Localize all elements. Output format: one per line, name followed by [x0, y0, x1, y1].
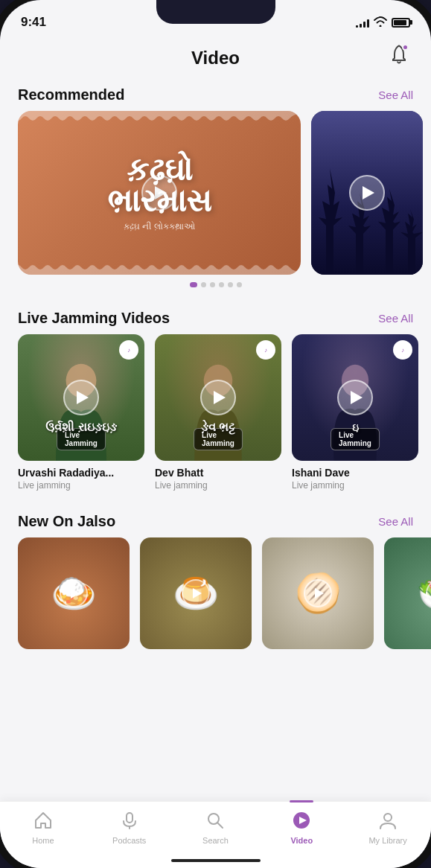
dot-6[interactable] [237, 282, 242, 287]
play-triangle-food-2 [193, 588, 202, 599]
play-triangle-1 [77, 391, 89, 404]
recommended-section-header: Recommended See All [0, 77, 431, 111]
tab-home[interactable]: Home [17, 811, 69, 845]
tab-search[interactable]: Search [189, 811, 241, 845]
live-jamming-section-header: Live Jamming Videos See All [0, 301, 431, 334]
svg-point-8 [384, 814, 392, 821]
card-gujarati-3: ઇ઼ [292, 421, 418, 434]
phone-frame: 9:41 [0, 0, 431, 868]
tab-my-library-label: My Library [368, 836, 406, 845]
live-jamming-see-all[interactable]: See All [378, 312, 413, 325]
phone-screen: 9:41 [0, 0, 431, 868]
page-header: Video [0, 36, 431, 77]
recommended-card-main[interactable]: ક઼ઢ઼ઘ઼ોભ઼ારમ઼ાસ ક઼ઢ઼ઘ઼ ની લ઼ોકકથ઼ાઓ [18, 111, 301, 275]
home-indicator [171, 859, 261, 862]
notification-button[interactable] [385, 42, 413, 71]
notification-dot [402, 44, 409, 51]
dot-5[interactable] [228, 282, 233, 287]
video-play-icon [292, 811, 311, 833]
jalso-thumb-2: 🍮 [140, 537, 252, 649]
list-item[interactable]: ♪ LiveJamming ઙ઼ે઼વ ભ઼ટ્ટ Dev Bhatt Live… [155, 334, 281, 491]
play-button-food-2[interactable] [182, 579, 210, 607]
new-on-jalso-list: 🍛 🍮 [0, 537, 431, 649]
live-card-sub-2: Live jamming [155, 480, 281, 491]
jalso-logo-1: ♪ [119, 340, 138, 360]
jalso-thumb-4: 🥗 [384, 537, 431, 649]
dot-3[interactable] [210, 282, 215, 287]
live-card-sub-3: Live jamming [292, 480, 418, 491]
carousel-dots [0, 282, 431, 287]
list-item[interactable]: 🍛 [18, 537, 130, 649]
play-button-3[interactable] [337, 380, 373, 415]
dot-1[interactable] [190, 282, 197, 287]
tab-bar: Home Podcasts [0, 801, 431, 868]
jalso-logo-3: ♪ [393, 340, 412, 360]
tab-video[interactable]: Video [275, 811, 328, 845]
jalso-logo-2: ♪ [256, 340, 275, 360]
card-background-dark [311, 111, 423, 275]
play-button-1[interactable] [63, 380, 99, 415]
new-on-jalso-section-header: New On Jalso See All [0, 504, 431, 537]
live-card-thumb-3: ♪ LiveJamming ઇ઼ [292, 334, 418, 461]
list-item[interactable]: ♪ LiveJamming ઇ઼ Ishani Dave Live jammin… [292, 334, 418, 491]
play-button-2[interactable] [200, 380, 236, 415]
tab-active-indicator [290, 800, 313, 802]
live-card-sub-1: Live jamming [18, 480, 144, 491]
card-gujarati-1: ઉ઼ર્વ઼શ઼ી ર઼ાઇઙ઼ઇ઼ઙ઼ [18, 421, 144, 434]
card-background-orange: ક઼ઢ઼ઘ઼ોભ઼ારમ઼ાસ ક઼ઢ઼ઘ઼ ની લ઼ોકકથ઼ાઓ [18, 111, 301, 275]
play-button-side[interactable] [349, 175, 385, 211]
tab-podcasts-label: Podcasts [112, 836, 146, 845]
play-triangle-food-1 [71, 588, 80, 599]
status-time: 9:41 [21, 15, 46, 30]
live-card-name-3: Ishani Dave [292, 467, 418, 479]
play-button-food-3[interactable] [304, 579, 332, 607]
card-text: ક઼ઢ઼ઘ઼ોભ઼ારમ઼ાસ ક઼ઢ઼ઘ઼ ની લ઼ોકકથ઼ાઓ [107, 154, 211, 232]
battery-icon [392, 18, 410, 28]
list-item[interactable]: ♪ LiveJamming ઉ઼ર્વ઼શ઼ી ર઼ાઇઙ઼ઇ઼ઙ઼ Urvas… [18, 334, 144, 491]
play-triangle-2 [214, 391, 226, 404]
recommended-carousel: ક઼ઢ઼ઘ઼ોભ઼ારમ઼ાસ ક઼ઢ઼ઘ઼ ની લ઼ોકકથ઼ાઓ [0, 111, 431, 275]
play-triangle-food-3 [315, 588, 324, 599]
live-jamming-list: ♪ LiveJamming ઉ઼ર્વ઼શ઼ી ર઼ાઇઙ઼ઇ઼ઙ઼ Urvas… [0, 334, 431, 491]
tab-home-label: Home [32, 836, 54, 845]
recommended-see-all[interactable]: See All [378, 89, 413, 101]
card-gujarati-2: ઙ઼ે઼વ ભ઼ટ્ટ [155, 421, 281, 434]
food-bg-4: 🥗 [384, 537, 431, 649]
main-content: Video Recommended See All [0, 36, 431, 808]
play-triangle-side [363, 186, 374, 200]
status-icons [356, 16, 410, 29]
list-item[interactable]: 🫓 [262, 537, 374, 649]
new-on-jalso-title: New On Jalso [18, 513, 115, 530]
recommended-title: Recommended [18, 86, 124, 103]
search-icon [205, 811, 225, 833]
play-triangle-3 [351, 391, 363, 404]
jalso-thumb-1: 🍛 [18, 537, 130, 649]
new-on-jalso-see-all[interactable]: See All [378, 515, 413, 528]
live-card-name-2: Dev Bhatt [155, 467, 281, 479]
page-title: Video [191, 48, 240, 68]
tab-search-label: Search [202, 836, 229, 845]
tab-podcasts[interactable]: Podcasts [103, 811, 156, 845]
list-item[interactable]: 🍮 [140, 537, 252, 649]
svg-line-6 [217, 823, 223, 828]
signal-icon [356, 17, 369, 28]
dot-2[interactable] [201, 282, 206, 287]
jalso-thumb-3: 🫓 [262, 537, 374, 649]
live-card-thumb-1: ♪ LiveJamming ઉ઼ર્વ઼શ઼ી ર઼ાઇઙ઼ઇ઼ઙ઼ [18, 334, 144, 461]
phone-notch [156, 0, 275, 24]
play-button-food-1[interactable] [60, 579, 88, 607]
live-card-thumb-2: ♪ LiveJamming ઙ઼ે઼વ ભ઼ટ્ટ [155, 334, 281, 461]
dot-4[interactable] [219, 282, 224, 287]
microphone-icon [120, 811, 139, 833]
person-icon [378, 811, 398, 833]
tab-video-label: Video [290, 836, 313, 845]
svg-rect-3 [127, 813, 133, 823]
recommended-card-side[interactable] [311, 111, 423, 275]
live-jamming-title: Live Jamming Videos [18, 310, 170, 327]
live-card-name-1: Urvashi Radadiya... [18, 467, 144, 479]
tab-my-library[interactable]: My Library [362, 811, 414, 845]
list-item[interactable]: 🥗 [384, 537, 431, 649]
wifi-icon [374, 16, 387, 29]
home-icon [33, 811, 53, 833]
